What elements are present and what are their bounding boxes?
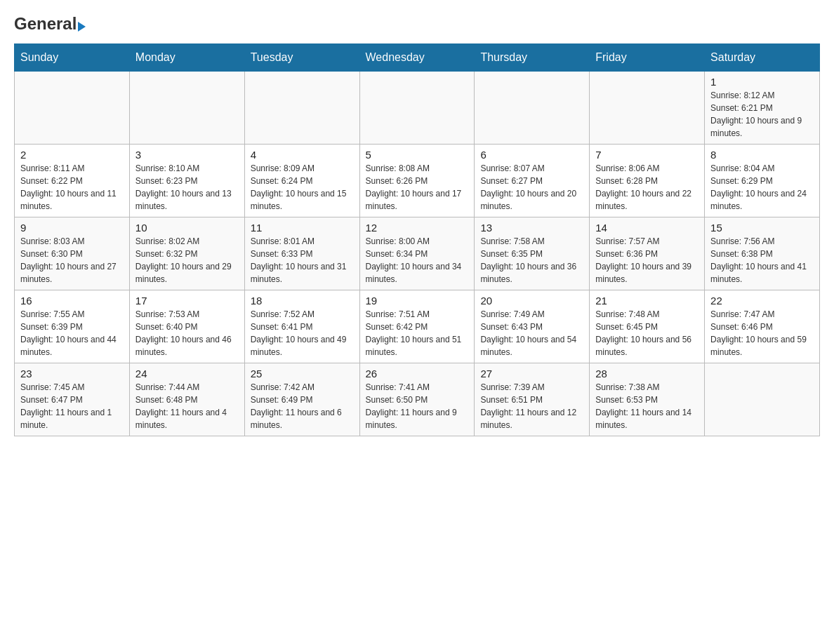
calendar-cell — [15, 72, 130, 145]
col-header-thursday: Thursday — [475, 44, 590, 72]
day-number: 24 — [135, 368, 239, 380]
col-header-monday: Monday — [129, 44, 244, 72]
calendar-table: SundayMondayTuesdayWednesdayThursdayFrid… — [14, 43, 820, 436]
day-info: Sunrise: 8:10 AMSunset: 6:23 PMDaylight:… — [135, 162, 239, 213]
calendar-cell: 18Sunrise: 7:52 AMSunset: 6:41 PMDayligh… — [244, 290, 359, 363]
logo-general-text: General — [14, 14, 77, 33]
day-info: Sunrise: 7:39 AMSunset: 6:51 PMDaylight:… — [480, 381, 583, 431]
day-info: Sunrise: 7:44 AMSunset: 6:48 PMDaylight:… — [135, 381, 239, 431]
day-info: Sunrise: 7:53 AMSunset: 6:40 PMDaylight:… — [135, 308, 239, 358]
day-info: Sunrise: 7:57 AMSunset: 6:36 PMDaylight:… — [595, 235, 699, 286]
day-info: Sunrise: 8:11 AMSunset: 6:22 PMDaylight:… — [20, 162, 124, 213]
day-number: 19 — [366, 295, 469, 307]
logo-general-line: General — [14, 14, 86, 34]
day-number: 7 — [595, 149, 699, 161]
day-info: Sunrise: 8:08 AMSunset: 6:26 PMDaylight:… — [366, 162, 469, 213]
calendar-cell: 25Sunrise: 7:42 AMSunset: 6:49 PMDayligh… — [244, 363, 359, 436]
calendar-week-row: 23Sunrise: 7:45 AMSunset: 6:47 PMDayligh… — [15, 363, 820, 436]
calendar-cell: 16Sunrise: 7:55 AMSunset: 6:39 PMDayligh… — [15, 290, 130, 363]
calendar-cell: 6Sunrise: 8:07 AMSunset: 6:27 PMDaylight… — [475, 145, 590, 217]
calendar-cell: 15Sunrise: 7:56 AMSunset: 6:38 PMDayligh… — [705, 217, 820, 290]
calendar-cell: 10Sunrise: 8:02 AMSunset: 6:32 PMDayligh… — [129, 217, 244, 290]
calendar-header-row: SundayMondayTuesdayWednesdayThursdayFrid… — [15, 44, 820, 72]
day-number: 8 — [710, 149, 814, 161]
day-number: 22 — [710, 295, 814, 307]
day-number: 21 — [595, 295, 699, 307]
day-info: Sunrise: 8:12 AMSunset: 6:21 PMDaylight:… — [710, 89, 814, 140]
calendar-cell: 13Sunrise: 7:58 AMSunset: 6:35 PMDayligh… — [475, 217, 590, 290]
calendar-cell: 14Sunrise: 7:57 AMSunset: 6:36 PMDayligh… — [590, 217, 705, 290]
day-number: 2 — [20, 149, 124, 161]
day-info: Sunrise: 7:56 AMSunset: 6:38 PMDaylight:… — [710, 235, 814, 286]
day-info: Sunrise: 8:02 AMSunset: 6:32 PMDaylight:… — [135, 235, 239, 286]
day-info: Sunrise: 7:38 AMSunset: 6:53 PMDaylight:… — [595, 381, 699, 431]
day-number: 26 — [366, 368, 469, 380]
day-info: Sunrise: 8:09 AMSunset: 6:24 PMDaylight:… — [251, 162, 354, 213]
day-info: Sunrise: 7:49 AMSunset: 6:43 PMDaylight:… — [480, 308, 583, 358]
calendar-cell: 5Sunrise: 8:08 AMSunset: 6:26 PMDaylight… — [359, 145, 475, 217]
calendar-cell — [705, 363, 820, 436]
day-number: 28 — [595, 368, 699, 380]
day-number: 25 — [251, 368, 354, 380]
calendar-cell: 27Sunrise: 7:39 AMSunset: 6:51 PMDayligh… — [475, 363, 590, 436]
day-number: 15 — [710, 222, 814, 234]
col-header-saturday: Saturday — [705, 44, 820, 72]
calendar-cell — [129, 72, 244, 145]
day-info: Sunrise: 8:07 AMSunset: 6:27 PMDaylight:… — [480, 162, 583, 213]
calendar-cell: 22Sunrise: 7:47 AMSunset: 6:46 PMDayligh… — [705, 290, 820, 363]
logo: General — [14, 14, 86, 32]
calendar-cell — [475, 72, 590, 145]
calendar-week-row: 1Sunrise: 8:12 AMSunset: 6:21 PMDaylight… — [15, 72, 820, 145]
day-number: 23 — [20, 368, 124, 380]
col-header-tuesday: Tuesday — [244, 44, 359, 72]
day-number: 10 — [135, 222, 239, 234]
calendar-cell — [590, 72, 705, 145]
day-number: 20 — [480, 295, 583, 307]
day-info: Sunrise: 7:47 AMSunset: 6:46 PMDaylight:… — [710, 308, 814, 358]
day-number: 4 — [251, 149, 354, 161]
calendar-cell: 19Sunrise: 7:51 AMSunset: 6:42 PMDayligh… — [359, 290, 475, 363]
day-number: 9 — [20, 222, 124, 234]
page-header: General — [14, 14, 820, 32]
day-number: 16 — [20, 295, 124, 307]
day-info: Sunrise: 7:48 AMSunset: 6:45 PMDaylight:… — [595, 308, 699, 358]
calendar-week-row: 9Sunrise: 8:03 AMSunset: 6:30 PMDaylight… — [15, 217, 820, 290]
calendar-cell: 28Sunrise: 7:38 AMSunset: 6:53 PMDayligh… — [590, 363, 705, 436]
col-header-friday: Friday — [590, 44, 705, 72]
day-info: Sunrise: 8:01 AMSunset: 6:33 PMDaylight:… — [251, 235, 354, 286]
day-info: Sunrise: 7:51 AMSunset: 6:42 PMDaylight:… — [366, 308, 469, 358]
calendar-cell: 9Sunrise: 8:03 AMSunset: 6:30 PMDaylight… — [15, 217, 130, 290]
calendar-cell — [244, 72, 359, 145]
day-number: 11 — [251, 222, 354, 234]
day-number: 14 — [595, 222, 699, 234]
day-number: 18 — [251, 295, 354, 307]
day-info: Sunrise: 7:45 AMSunset: 6:47 PMDaylight:… — [20, 381, 124, 431]
calendar-cell: 17Sunrise: 7:53 AMSunset: 6:40 PMDayligh… — [129, 290, 244, 363]
day-number: 27 — [480, 368, 583, 380]
calendar-cell: 8Sunrise: 8:04 AMSunset: 6:29 PMDaylight… — [705, 145, 820, 217]
day-number: 5 — [366, 149, 469, 161]
calendar-cell: 2Sunrise: 8:11 AMSunset: 6:22 PMDaylight… — [15, 145, 130, 217]
day-number: 12 — [366, 222, 469, 234]
calendar-cell: 3Sunrise: 8:10 AMSunset: 6:23 PMDaylight… — [129, 145, 244, 217]
day-info: Sunrise: 8:03 AMSunset: 6:30 PMDaylight:… — [20, 235, 124, 286]
calendar-cell: 7Sunrise: 8:06 AMSunset: 6:28 PMDaylight… — [590, 145, 705, 217]
day-number: 3 — [135, 149, 239, 161]
calendar-cell: 24Sunrise: 7:44 AMSunset: 6:48 PMDayligh… — [129, 363, 244, 436]
day-info: Sunrise: 7:58 AMSunset: 6:35 PMDaylight:… — [480, 235, 583, 286]
calendar-cell: 4Sunrise: 8:09 AMSunset: 6:24 PMDaylight… — [244, 145, 359, 217]
col-header-sunday: Sunday — [15, 44, 130, 72]
day-number: 13 — [480, 222, 583, 234]
calendar-cell: 20Sunrise: 7:49 AMSunset: 6:43 PMDayligh… — [475, 290, 590, 363]
day-info: Sunrise: 7:55 AMSunset: 6:39 PMDaylight:… — [20, 308, 124, 358]
calendar-cell: 21Sunrise: 7:48 AMSunset: 6:45 PMDayligh… — [590, 290, 705, 363]
calendar-cell: 1Sunrise: 8:12 AMSunset: 6:21 PMDaylight… — [705, 72, 820, 145]
col-header-wednesday: Wednesday — [359, 44, 475, 72]
calendar-cell — [359, 72, 475, 145]
day-info: Sunrise: 7:41 AMSunset: 6:50 PMDaylight:… — [366, 381, 469, 431]
calendar-week-row: 16Sunrise: 7:55 AMSunset: 6:39 PMDayligh… — [15, 290, 820, 363]
day-number: 6 — [480, 149, 583, 161]
day-info: Sunrise: 8:06 AMSunset: 6:28 PMDaylight:… — [595, 162, 699, 213]
day-number: 1 — [710, 76, 814, 88]
calendar-week-row: 2Sunrise: 8:11 AMSunset: 6:22 PMDaylight… — [15, 145, 820, 217]
